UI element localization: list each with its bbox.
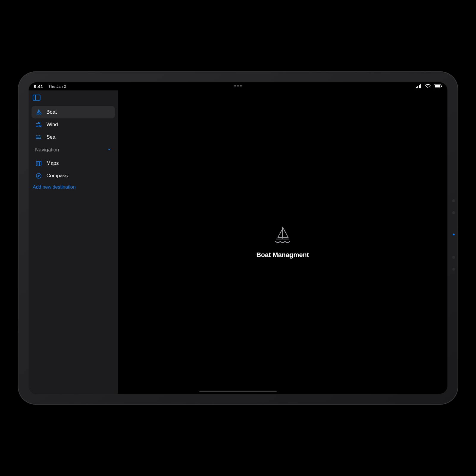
frame-dot xyxy=(452,211,455,214)
multitask-dots-icon[interactable] xyxy=(234,85,242,87)
sidebar-toggle-icon[interactable] xyxy=(33,95,40,102)
sidebar-section-navigation[interactable]: Navigation xyxy=(32,143,115,155)
tablet-frame: 9:41 Thu Jan 2 xyxy=(18,71,458,405)
svg-point-12 xyxy=(36,173,41,178)
sidebar-item-label: Boat xyxy=(46,109,57,115)
screen: 9:41 Thu Jan 2 xyxy=(29,82,447,394)
sailboat-large-icon xyxy=(273,226,292,246)
status-right xyxy=(416,84,442,88)
svg-rect-1 xyxy=(417,86,418,88)
cellular-icon xyxy=(416,84,422,88)
svg-rect-6 xyxy=(435,85,440,87)
sidebar-navigation-list: Maps Compass xyxy=(32,157,115,182)
sidebar: Boat Wind Sea xyxy=(29,90,118,394)
sidebar-item-boat[interactable]: Boat xyxy=(32,106,115,118)
svg-rect-8 xyxy=(33,95,40,100)
sidebar-item-label: Sea xyxy=(46,134,55,140)
status-bar: 9:41 Thu Jan 2 xyxy=(29,82,447,90)
svg-rect-7 xyxy=(441,86,442,87)
add-destination-button[interactable]: Add new destination xyxy=(32,182,115,190)
battery-icon xyxy=(434,84,442,88)
wifi-icon xyxy=(425,84,431,88)
sidebar-item-sea[interactable]: Sea xyxy=(32,131,115,143)
map-icon xyxy=(35,160,42,167)
chevron-down-icon xyxy=(107,147,111,153)
svg-rect-0 xyxy=(416,87,417,88)
compass-icon xyxy=(35,172,42,179)
frame-dot xyxy=(452,268,455,271)
sailboat-icon xyxy=(35,109,42,116)
home-indicator[interactable] xyxy=(199,391,277,392)
sidebar-item-label: Wind xyxy=(46,122,58,128)
svg-rect-2 xyxy=(419,85,420,88)
svg-point-4 xyxy=(427,87,428,88)
frame-dot xyxy=(452,199,455,202)
sidebar-item-compass[interactable]: Compass xyxy=(32,170,115,182)
waves-icon xyxy=(35,134,42,141)
page-title: Boat Managment xyxy=(256,251,309,259)
sidebar-item-label: Maps xyxy=(46,160,59,166)
sidebar-item-maps[interactable]: Maps xyxy=(32,157,115,170)
frame-dot xyxy=(452,256,455,259)
hero: Boat Managment xyxy=(256,226,309,259)
frame-led xyxy=(453,234,455,235)
sidebar-item-label: Compass xyxy=(46,173,68,179)
wind-icon xyxy=(35,121,42,128)
sidebar-item-wind[interactable]: Wind xyxy=(32,118,115,131)
svg-marker-13 xyxy=(38,175,40,177)
main-pane: Boat Managment xyxy=(118,90,447,394)
section-title: Navigation xyxy=(35,147,59,153)
status-time: 9:41 xyxy=(34,84,43,89)
status-date: Thu Jan 2 xyxy=(48,84,66,89)
svg-rect-3 xyxy=(420,84,421,88)
sidebar-primary-list: Boat Wind Sea xyxy=(32,106,115,143)
